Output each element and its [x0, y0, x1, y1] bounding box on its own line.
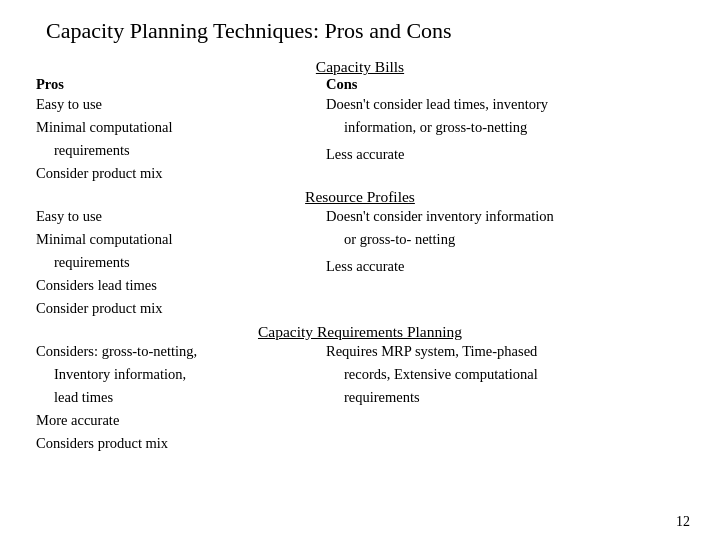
page-number: 12 — [676, 514, 690, 530]
page-title: Capacity Planning Techniques: Pros and C… — [36, 18, 684, 44]
resource-profiles-heading: Resource Profiles — [36, 188, 684, 206]
capacity-bills-pros: Easy to use Minimal computational requir… — [36, 94, 316, 186]
content-grid: Capacity Bills Pros Cons Easy to use Min… — [36, 58, 684, 456]
page: Capacity Planning Techniques: Pros and C… — [0, 0, 720, 540]
capacity-bills-heading: Capacity Bills — [36, 58, 684, 76]
resource-profiles-cons: Doesn't consider inventory information o… — [326, 206, 684, 321]
crp-heading: Capacity Requirements Planning — [36, 323, 684, 341]
resource-profiles-pros: Easy to use Minimal computational requir… — [36, 206, 316, 321]
capacity-bills-pros-label: Pros — [36, 76, 316, 94]
crp-cons: Requires MRP system, Time-phased records… — [326, 341, 684, 456]
crp-pros: Considers: gross-to-netting, Inventory i… — [36, 341, 316, 456]
capacity-bills-cons-label: Cons — [326, 76, 684, 94]
capacity-bills-cons: Doesn't consider lead times, inventory i… — [326, 94, 684, 186]
